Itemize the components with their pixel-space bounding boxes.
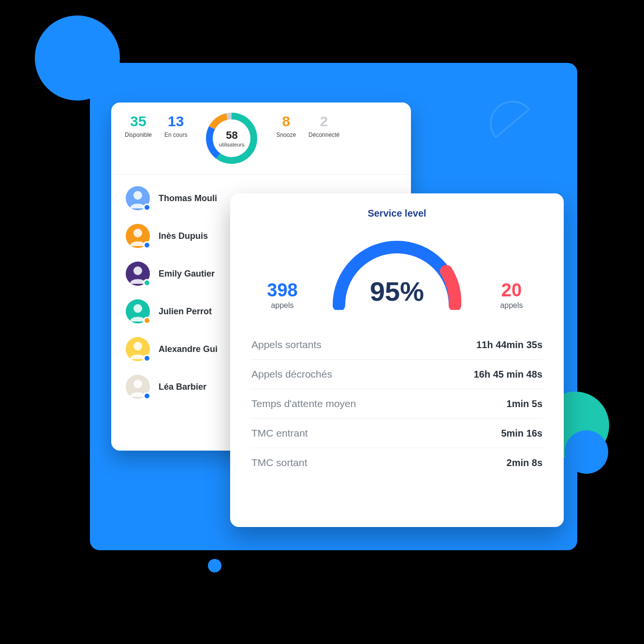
metric-row: TMC sortant2min 8s [250, 448, 543, 477]
user-name: Léa Barbier [159, 382, 206, 392]
avatar [126, 262, 150, 286]
stat-disponible[interactable]: 35 Disponible [125, 114, 152, 138]
service-level-summary: 398 appels 95% 20 appels [250, 223, 543, 313]
users-status-header: 35 Disponible 13 En cours [111, 102, 411, 175]
avatar [126, 375, 150, 399]
service-calls-in-sla-value: 398 [253, 281, 311, 299]
metric-value: 2min 8s [507, 457, 542, 468]
svg-point-6 [133, 191, 142, 200]
metric-label: Temps d'attente moyen [251, 398, 356, 410]
stat-deconnecte-label: Déconnecté [308, 132, 339, 138]
stage: 35 Disponible 13 En cours [0, 0, 644, 644]
users-total-ring: 58 utilisateurs [205, 111, 259, 165]
metric-value: 5min 16s [501, 428, 542, 439]
user-name: Inès Dupuis [159, 231, 208, 241]
svg-point-10 [133, 266, 142, 275]
status-dot [143, 204, 151, 211]
user-name: Emily Gautier [159, 269, 215, 279]
stat-en-cours[interactable]: 13 En cours [164, 114, 187, 138]
ring-total-value: 58 [226, 129, 237, 142]
metric-row: Appels sortants11h 44min 35s [250, 330, 543, 359]
stat-deconnecte[interactable]: 2 Déconnecté [308, 114, 339, 138]
service-calls-in-sla-label: appels [253, 301, 311, 310]
ring-center-label: 58 utilisateurs [205, 111, 259, 165]
service-level-title: Service level [250, 208, 543, 219]
metric-label: Appels sortants [251, 339, 322, 351]
stat-snooze[interactable]: 8 Snooze [276, 114, 296, 138]
service-metrics-list: Appels sortants11h 44min 35sAppels décro… [250, 330, 543, 477]
metric-value: 16h 45 min 48s [474, 369, 542, 380]
status-dot [143, 317, 151, 324]
stat-disponible-value: 35 [125, 114, 152, 129]
decor-circle-bottom-small [208, 559, 221, 572]
avatar [126, 186, 150, 210]
ring-total-label: utilisateurs [219, 142, 245, 147]
avatar [126, 299, 150, 323]
decor-half-circle-outline [488, 99, 537, 147]
service-level-card: Service level 398 appels 95% 20 appels A… [230, 193, 564, 527]
service-calls-out-sla: 20 appels [483, 281, 541, 310]
service-calls-in-sla: 398 appels [253, 281, 311, 310]
user-name: Thomas Mouli [159, 193, 217, 204]
service-level-gauge: 95% [320, 223, 474, 310]
metric-label: Appels décrochés [251, 368, 332, 380]
user-name: Julien Perrot [159, 307, 212, 317]
stat-en-cours-label: En cours [164, 132, 187, 138]
metric-label: TMC sortant [251, 457, 307, 468]
metric-row: Appels décrochés16h 45 min 48s [250, 359, 543, 389]
svg-point-14 [133, 342, 142, 351]
svg-point-16 [133, 380, 142, 388]
metric-label: TMC entrant [251, 427, 308, 439]
avatar [126, 224, 150, 248]
service-calls-out-sla-label: appels [483, 301, 541, 310]
metric-row: TMC entrant5min 16s [250, 418, 543, 448]
avatar [126, 337, 150, 361]
status-dot [143, 279, 151, 287]
service-calls-out-sla-value: 20 [483, 281, 541, 299]
svg-point-12 [133, 304, 142, 313]
metric-value: 11h 44min 35s [476, 339, 542, 351]
metric-value: 1min 5s [507, 398, 542, 410]
status-dot [143, 241, 151, 249]
status-dot [143, 392, 151, 400]
status-dot [143, 354, 151, 362]
stat-en-cours-value: 13 [164, 114, 187, 129]
svg-point-8 [133, 229, 142, 237]
service-level-percent: 95% [320, 276, 474, 307]
metric-row: Temps d'attente moyen1min 5s [250, 389, 543, 418]
stat-disponible-label: Disponible [125, 132, 152, 138]
stat-deconnecte-value: 2 [308, 114, 339, 129]
user-name: Alexandre Gui [159, 344, 218, 354]
stat-snooze-label: Snooze [276, 132, 296, 138]
stat-snooze-value: 8 [276, 114, 296, 129]
decor-circle-blue-right [565, 430, 608, 474]
